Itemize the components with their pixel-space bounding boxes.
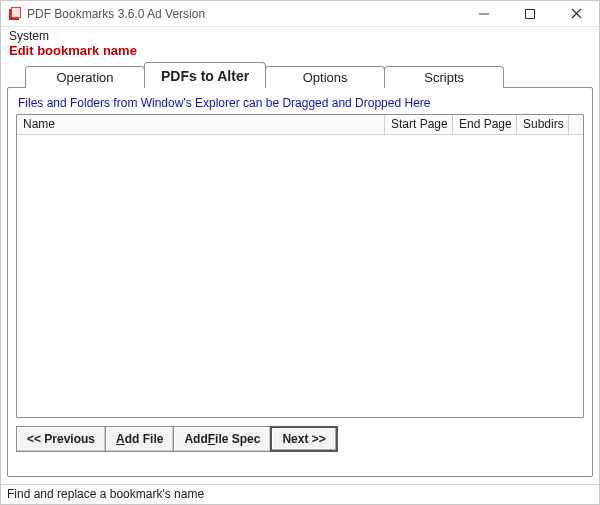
minimize-button[interactable] (461, 1, 507, 26)
next-button[interactable]: Next >> (270, 426, 337, 452)
window-title: PDF Bookmarks 3.6.0 Ad Version (27, 7, 461, 21)
column-end-page[interactable]: End Page (453, 115, 517, 134)
file-list-header: Name Start Page End Page Subdirs (17, 115, 583, 135)
svg-rect-5 (526, 9, 535, 18)
column-start-page[interactable]: Start Page (385, 115, 453, 134)
column-subdirs[interactable]: Subdirs (517, 115, 569, 134)
file-list[interactable]: Name Start Page End Page Subdirs (16, 114, 584, 418)
add-file-spec-prefix: Add (184, 432, 207, 446)
tabstrip: Operation PDFs to Alter Options Scripts (7, 62, 593, 88)
add-file-spec-button[interactable]: Add File Spec (173, 426, 271, 452)
titlebar: PDF Bookmarks 3.6.0 Ad Version (1, 1, 599, 27)
column-name[interactable]: Name (17, 115, 385, 134)
tab-operation[interactable]: Operation (25, 66, 145, 88)
svg-rect-3 (12, 8, 20, 17)
add-file-button[interactable]: Add File (105, 426, 174, 452)
add-file-accel: A (116, 432, 125, 446)
add-file-spec-accel: F (208, 432, 215, 446)
window-controls (461, 1, 599, 26)
tabs-container: Operation PDFs to Alter Options Scripts … (7, 62, 593, 477)
tab-options[interactable]: Options (265, 66, 385, 88)
maximize-button[interactable] (507, 1, 553, 26)
close-button[interactable] (553, 1, 599, 26)
menu-system[interactable]: System (1, 27, 599, 43)
app-icon (7, 6, 23, 22)
drag-drop-hint: Files and Folders from Window's Explorer… (18, 96, 582, 110)
tab-pdfs-to-alter[interactable]: PDFs to Alter (144, 62, 266, 88)
heading-edit-bookmark-name: Edit bookmark name (1, 43, 599, 62)
tab-panel: Files and Folders from Window's Explorer… (7, 87, 593, 477)
column-spacer (569, 115, 583, 134)
button-row: << Previous Add File Add File Spec Next … (16, 426, 584, 452)
add-file-spec-rest: ile Spec (215, 432, 260, 446)
add-file-rest: dd File (125, 432, 164, 446)
status-bar: Find and replace a bookmark's name (1, 484, 599, 504)
previous-button[interactable]: << Previous (16, 426, 106, 452)
tab-scripts[interactable]: Scripts (384, 66, 504, 88)
